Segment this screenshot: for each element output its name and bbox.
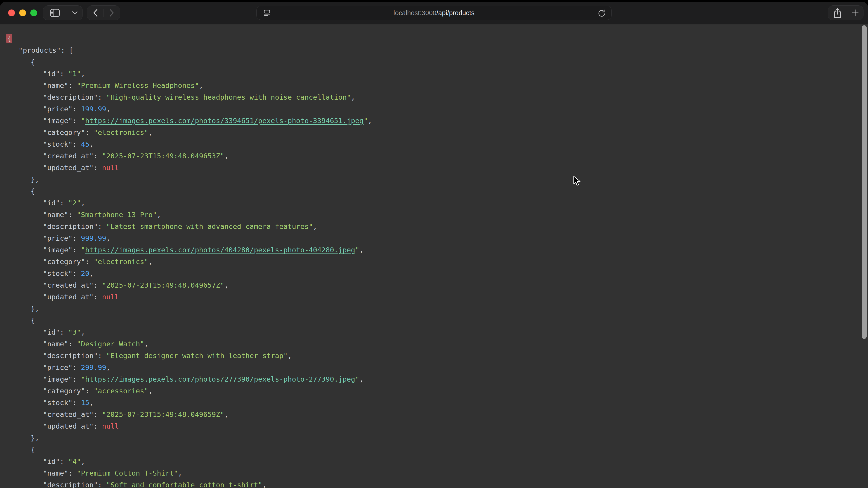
json-line: "name": "Designer Watch",: [6, 338, 868, 350]
scrollbar-thumb[interactable]: [862, 25, 867, 339]
json-p: ,: [89, 269, 94, 278]
json-p: :: [94, 281, 102, 289]
json-p: :: [98, 93, 106, 101]
image-url-link[interactable]: https://images.pexels.com/photos/3394651…: [85, 117, 364, 125]
json-line: "updated_at": null: [6, 420, 868, 432]
json-p: :: [98, 352, 106, 360]
json-p: :: [94, 152, 102, 160]
json-p: ,: [106, 363, 111, 371]
json-key: "image": [43, 246, 72, 254]
browser-window: localhost:3000/api/products: [0, 2, 868, 488]
json-str: "Premium Cotton T-Shirt": [76, 469, 178, 477]
json-line: "description": "High-quality wireless he…: [6, 91, 868, 103]
new-tab-button[interactable]: [849, 6, 861, 20]
json-line: "created_at": "2025-07-23T15:49:48.04965…: [6, 279, 868, 291]
json-p: :: [68, 210, 76, 219]
json-key: "category": [43, 258, 85, 266]
json-null: null: [102, 293, 119, 301]
traffic-light-zoom[interactable]: [30, 9, 37, 16]
json-line: "id": "2",: [6, 197, 868, 209]
json-p: :: [60, 328, 68, 336]
json-line: "updated_at": null: [6, 291, 868, 303]
json-p: {: [31, 316, 35, 324]
json-line: "category": "electronics",: [6, 127, 868, 138]
json-line: "category": "electronics",: [6, 256, 868, 267]
back-button[interactable]: [90, 6, 101, 20]
json-line: "price": 999.99,: [6, 232, 868, 244]
screen: { "browser": { "address_bar": { "url_hos…: [0, 0, 868, 488]
json-line: },: [6, 303, 868, 315]
traffic-light-close[interactable]: [8, 9, 15, 16]
json-str: ": [364, 117, 368, 125]
json-key: "updated_at": [43, 164, 94, 172]
json-p: ,: [149, 258, 153, 266]
forward-button[interactable]: [106, 6, 117, 20]
json-p: },: [31, 304, 39, 313]
json-p: :: [85, 128, 94, 136]
json-null: null: [102, 422, 119, 430]
json-p: :: [72, 117, 81, 125]
sidebar-toggle-button[interactable]: [48, 6, 62, 20]
image-url-link[interactable]: https://images.pexels.com/photos/277390/…: [85, 375, 355, 383]
json-null: null: [102, 164, 119, 172]
mouse-cursor: [573, 176, 582, 186]
json-str: ": [81, 375, 85, 383]
json-line: {: [6, 56, 868, 68]
json-line: "description": "Soft and comfortable cot…: [6, 479, 868, 488]
reload-button[interactable]: [596, 6, 608, 20]
json-p: :: [94, 293, 102, 301]
json-p: ,: [81, 328, 85, 336]
traffic-light-minimize[interactable]: [19, 9, 26, 16]
json-str: ": [81, 246, 85, 254]
address-bar[interactable]: localhost:3000/api/products: [256, 6, 612, 20]
action-button-group: [828, 5, 864, 20]
browser-toolbar: localhost:3000/api/products: [0, 2, 868, 24]
chevron-down-icon: [72, 11, 78, 14]
image-url-link[interactable]: https://images.pexels.com/photos/404280/…: [85, 246, 355, 254]
json-key: "stock": [43, 269, 72, 278]
json-p: :: [72, 234, 81, 242]
json-p: ,: [89, 140, 94, 148]
json-line: "stock": 20,: [6, 267, 868, 279]
root-brace-highlight: {: [6, 34, 12, 43]
reload-icon: [598, 9, 605, 17]
json-p: {: [31, 58, 35, 66]
json-line: "updated_at": null: [6, 162, 868, 173]
json-p: ,: [81, 199, 85, 207]
json-line: "description": "Elegant designer watch w…: [6, 350, 868, 361]
json-line: "products": [: [6, 44, 868, 56]
json-p: :: [72, 363, 81, 371]
json-p: :: [85, 258, 94, 266]
json-key: "id": [43, 199, 60, 207]
json-p: },: [31, 175, 39, 184]
json-p: ,: [81, 70, 85, 78]
json-num: 20: [81, 269, 89, 278]
json-p: ,: [89, 398, 94, 407]
json-line: },: [6, 173, 868, 185]
json-p: :: [98, 481, 106, 488]
share-button[interactable]: [832, 6, 843, 20]
url-text: localhost:3000/api/products: [256, 6, 612, 20]
json-p: ,: [224, 410, 229, 418]
sidebar-icon: [50, 9, 60, 17]
json-str: "4": [68, 457, 81, 465]
json-line: {: [6, 444, 868, 455]
json-p: :: [72, 375, 81, 383]
json-line: "name": "Premium Cotton T-Shirt",: [6, 467, 868, 479]
json-p: ,: [368, 117, 372, 125]
url-host: localhost:3000: [394, 9, 436, 17]
json-p: ,: [262, 481, 267, 488]
sidebar-menu-chevron-button[interactable]: [70, 6, 80, 20]
json-line: },: [6, 432, 868, 444]
json-key: "created_at": [43, 410, 94, 418]
json-str: "2": [68, 199, 81, 207]
json-str: "2025-07-23T15:49:48.049657Z": [102, 281, 224, 289]
json-key: "price": [43, 105, 72, 113]
json-str: "Latest smartphone with advanced camera …: [106, 222, 313, 230]
json-str: "2025-07-23T15:49:48.049653Z": [102, 152, 224, 160]
json-line: "price": 299.99,: [6, 361, 868, 373]
json-str: ": [81, 117, 85, 125]
json-key: "price": [43, 363, 72, 371]
json-line: "id": "3",: [6, 326, 868, 338]
json-line: "id": "1",: [6, 68, 868, 79]
